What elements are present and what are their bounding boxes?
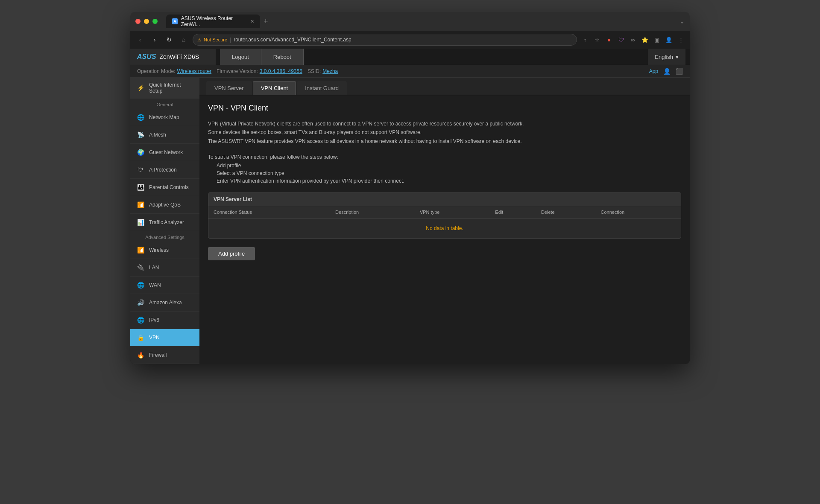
advanced-settings-section-label: Advanced Settings bbox=[130, 231, 199, 242]
sidebar-item-wireless[interactable]: 📶 Wireless bbox=[130, 242, 199, 259]
network-map-label: Network Map bbox=[149, 114, 179, 120]
address-separator: | bbox=[230, 37, 231, 43]
tab-instant-guard[interactable]: Instant Guard bbox=[297, 81, 347, 95]
vpn-description: VPN (Virtual Private Network) clients ar… bbox=[208, 119, 681, 146]
language-selector[interactable]: English ▾ bbox=[648, 49, 685, 65]
toolbar-actions: ↑ ☆ ● 🛡 ∞ ⭐ ▣ 👤 ⋮ bbox=[580, 35, 685, 44]
vpn-step-1: Add profile bbox=[217, 163, 681, 169]
content-area: VPN Server VPN Client Instant Guard VPN … bbox=[199, 78, 690, 364]
quick-setup-icon: ⚡ bbox=[136, 84, 145, 92]
forward-button[interactable]: › bbox=[149, 34, 160, 45]
active-tab[interactable]: A ASUS Wireless Router ZenWi... ✕ bbox=[166, 15, 260, 28]
extension-icon-4[interactable]: ⭐ bbox=[640, 35, 650, 44]
back-button[interactable]: ‹ bbox=[135, 34, 146, 45]
lan-label: LAN bbox=[149, 265, 159, 271]
asus-logo: ASUS bbox=[137, 53, 156, 61]
address-bar[interactable]: ⚠ Not Secure | router.asus.com/Advanced_… bbox=[193, 34, 577, 46]
sidebar-item-wan[interactable]: 🌐 WAN bbox=[130, 277, 199, 294]
reboot-button[interactable]: Reboot bbox=[261, 49, 304, 65]
guest-network-label: Guest Network bbox=[149, 149, 183, 155]
extension-icon-3[interactable]: ∞ bbox=[628, 35, 638, 44]
sidebar-item-parental-controls[interactable]: 👪 Parental Controls bbox=[130, 179, 199, 196]
menu-icon[interactable]: ⋮ bbox=[676, 35, 685, 44]
extension-icon-2[interactable]: 🛡 bbox=[616, 35, 626, 44]
minimize-button[interactable] bbox=[144, 19, 149, 24]
sidebar-item-firewall[interactable]: 🔥 Firewall bbox=[130, 347, 199, 364]
aimesh-label: AiMesh bbox=[149, 132, 166, 138]
operation-mode-label: Operation Mode: bbox=[137, 68, 175, 74]
language-label: English bbox=[655, 54, 673, 60]
bookmark-icon[interactable]: ☆ bbox=[592, 35, 602, 44]
vpn-table: Connection Status Description VPN type E… bbox=[208, 206, 681, 238]
more-options-button[interactable]: ⌄ bbox=[679, 18, 685, 25]
router-info-bar: Operation Mode: Wireless router Firmware… bbox=[130, 65, 690, 78]
sidebar-item-adaptive-qos[interactable]: 📶 Adaptive QoS bbox=[130, 196, 199, 214]
tab-vpn-client[interactable]: VPN Client bbox=[253, 81, 296, 95]
vpn-step-3: Enter VPN authentication information pro… bbox=[217, 178, 681, 184]
app-button[interactable]: App bbox=[649, 68, 658, 74]
vpn-server-list-header: VPN Server List bbox=[208, 193, 681, 206]
tab-vpn-server[interactable]: VPN Server bbox=[206, 81, 252, 95]
lan-icon: 🔌 bbox=[136, 263, 145, 272]
profile-icon[interactable]: 👤 bbox=[664, 35, 674, 44]
wan-icon: 🌐 bbox=[136, 281, 145, 289]
screen-icon[interactable]: ⬛ bbox=[676, 68, 683, 75]
not-secure-label: Not Secure bbox=[204, 37, 227, 42]
maximize-button[interactable] bbox=[152, 19, 158, 24]
refresh-button[interactable]: ↻ bbox=[164, 34, 175, 45]
logout-button[interactable]: Logout bbox=[220, 49, 261, 65]
aiprotection-label: AiProtection bbox=[149, 167, 177, 173]
no-data-cell: No data in table. bbox=[208, 218, 681, 239]
user-icon[interactable]: 👤 bbox=[663, 68, 671, 75]
router-header: ASUS ZenWiFi XD6S Logout Reboot English … bbox=[130, 49, 690, 65]
router-ui: ASUS ZenWiFi XD6S Logout Reboot English … bbox=[130, 49, 690, 364]
vpn-content: VPN - VPN Client VPN (Virtual Private Ne… bbox=[199, 95, 690, 269]
security-icon: ⚠ bbox=[197, 38, 201, 42]
sidebar-item-ipv6[interactable]: 🌐 IPv6 bbox=[130, 312, 199, 329]
close-button[interactable] bbox=[135, 19, 141, 24]
ipv6-label: IPv6 bbox=[149, 317, 159, 323]
vpn-steps-list: Add profile Select a VPN connection type… bbox=[217, 163, 681, 184]
tab-close-button[interactable]: ✕ bbox=[250, 19, 254, 24]
tab-title: ASUS Wireless Router ZenWi... bbox=[181, 15, 247, 27]
tab-bar: A ASUS Wireless Router ZenWi... ✕ + bbox=[166, 15, 676, 28]
parental-controls-label: Parental Controls bbox=[149, 184, 189, 190]
col-vpn-type: VPN type bbox=[415, 206, 490, 218]
sidebar-item-quick-setup[interactable]: ⚡ Quick InternetSetup bbox=[130, 78, 199, 99]
sidebar-item-vpn[interactable]: 🔒 VPN bbox=[130, 329, 199, 347]
sidebar-item-aiprotection[interactable]: 🛡 AiProtection bbox=[130, 161, 199, 179]
vpn-server-list-table: VPN Server List Connection Status Descri… bbox=[208, 192, 681, 239]
operation-mode-value[interactable]: Wireless router bbox=[177, 68, 211, 74]
aimesh-icon: 📡 bbox=[136, 131, 145, 139]
vpn-desc-line-2: Some devices like set-top boxes, smart T… bbox=[208, 129, 422, 135]
extension-icon-5[interactable]: ▣ bbox=[652, 35, 662, 44]
wan-label: WAN bbox=[149, 282, 161, 288]
vpn-desc-line-1: VPN (Virtual Private Network) clients ar… bbox=[208, 121, 524, 127]
sidebar-item-amazon-alexa[interactable]: 🔊 Amazon Alexa bbox=[130, 294, 199, 312]
browser-titlebar: A ASUS Wireless Router ZenWi... ✕ + ⌄ bbox=[130, 12, 690, 31]
add-profile-button[interactable]: Add profile bbox=[208, 247, 255, 260]
tab-favicon: A bbox=[172, 18, 178, 24]
firmware-value[interactable]: 3.0.0.4.386_49356 bbox=[260, 68, 302, 74]
new-tab-button[interactable]: + bbox=[264, 17, 268, 26]
general-section-label: General bbox=[130, 99, 199, 109]
firmware-label: Firmware Version: bbox=[217, 68, 258, 74]
sidebar-item-guest-network[interactable]: 🌍 Guest Network bbox=[130, 144, 199, 161]
wireless-icon: 📶 bbox=[136, 246, 145, 254]
ipv6-icon: 🌐 bbox=[136, 316, 145, 324]
sidebar-item-network-map[interactable]: 🌐 Network Map bbox=[130, 109, 199, 126]
col-connection-status: Connection Status bbox=[208, 206, 330, 218]
sidebar-item-lan[interactable]: 🔌 LAN bbox=[130, 259, 199, 277]
home-button[interactable]: ⌂ bbox=[178, 34, 189, 45]
router-brand: ASUS ZenWiFi XD6S bbox=[130, 49, 216, 65]
col-description: Description bbox=[330, 206, 415, 218]
extension-icon-1[interactable]: ● bbox=[604, 35, 614, 44]
ssid-value[interactable]: Mezha bbox=[322, 68, 338, 74]
sidebar-item-aimesh[interactable]: 📡 AiMesh bbox=[130, 126, 199, 144]
vpn-desc-line-3: The ASUSWRT VPN feature provides VPN acc… bbox=[208, 138, 522, 144]
firewall-icon: 🔥 bbox=[136, 351, 145, 359]
sidebar-item-traffic-analyzer[interactable]: 📊 Traffic Analyzer bbox=[130, 214, 199, 231]
share-icon[interactable]: ↑ bbox=[580, 35, 590, 44]
chevron-down-icon: ▾ bbox=[676, 54, 679, 60]
network-map-icon: 🌐 bbox=[136, 113, 145, 122]
